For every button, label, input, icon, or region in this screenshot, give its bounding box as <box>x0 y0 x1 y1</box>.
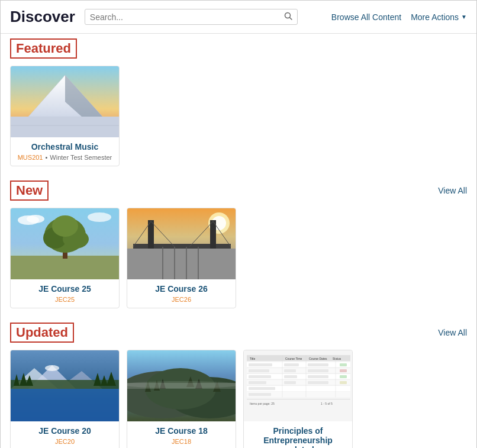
svg-rect-67 <box>308 363 328 366</box>
svg-rect-66 <box>284 363 299 366</box>
search-button[interactable] <box>284 12 292 22</box>
featured-section-title: Featured <box>10 38 77 59</box>
page-title: Discover <box>10 8 75 26</box>
updated-cards-grid: JE Course 20 JEC20 <box>10 350 467 448</box>
je-course-20-info: JE Course 20 JEC20 <box>11 421 119 448</box>
je-course-26-code: JEC26 <box>172 296 191 303</box>
svg-rect-83 <box>249 381 266 384</box>
orchestral-music-title: Orchestral Music <box>15 142 114 152</box>
principles-title: Principles of Entrepreneurship updated <box>249 426 347 448</box>
search-input[interactable] <box>90 12 284 22</box>
updated-card-principles[interactable]: Title Course Time Course Dates Status <box>243 350 353 448</box>
orchestral-music-info: Orchestral Music MUS201 • Winter Test Se… <box>11 137 119 166</box>
svg-rect-80 <box>340 375 347 378</box>
svg-rect-27 <box>127 249 236 279</box>
je-course-20-meta: JEC20 <box>15 438 114 445</box>
new-section: New View All <box>10 181 467 308</box>
new-card-je-course-26[interactable]: JE Course 26 JEC26 <box>127 208 236 308</box>
new-cards-grid: JE Course 25 JEC25 <box>10 208 467 308</box>
svg-rect-72 <box>284 369 296 372</box>
je-course-20-title: JE Course 20 <box>15 426 114 436</box>
orchestral-music-semester: Winter Test Semester <box>50 154 112 161</box>
orchestral-music-dot: • <box>45 154 47 161</box>
je-course-18-image <box>127 350 236 421</box>
page-header: Discover Browse All Content More Actions… <box>1 1 476 34</box>
main-content: Featured <box>1 34 476 448</box>
svg-point-56 <box>127 381 236 388</box>
svg-rect-65 <box>249 363 272 366</box>
je-course-25-title: JE Course 25 <box>15 284 114 294</box>
updated-view-all-link[interactable]: View All <box>438 328 467 337</box>
svg-point-15 <box>27 215 44 223</box>
svg-rect-8 <box>11 256 120 279</box>
principles-info: Principles of Entrepreneurship updated A… <box>244 421 352 448</box>
svg-text:Status: Status <box>333 357 341 360</box>
svg-rect-90 <box>249 393 271 396</box>
svg-rect-20 <box>133 244 231 249</box>
svg-rect-33 <box>11 389 120 421</box>
updated-card-je-course-18[interactable]: JE Course 18 JEC18 <box>127 350 236 448</box>
svg-text:Course Time: Course Time <box>285 357 302 360</box>
new-section-header: New View All <box>10 181 467 201</box>
je-course-26-title: JE Course 26 <box>132 284 231 294</box>
je-course-18-title: JE Course 18 <box>132 426 231 436</box>
svg-rect-5 <box>11 117 120 137</box>
search-icon <box>284 12 292 20</box>
je-course-25-info: JE Course 25 JEC25 <box>11 279 119 308</box>
je-course-25-image <box>11 208 120 279</box>
updated-card-je-course-20[interactable]: JE Course 20 JEC20 <box>10 350 120 448</box>
featured-section-header: Featured <box>10 38 467 59</box>
orchestral-music-meta: MUS201 • Winter Test Semester <box>15 154 114 161</box>
updated-section-header: Updated View All <box>10 323 467 343</box>
je-course-18-code: JEC18 <box>172 438 191 445</box>
more-actions-label: More Actions <box>411 12 459 22</box>
svg-point-44 <box>45 365 59 371</box>
svg-text:Course Dates: Course Dates <box>309 357 327 360</box>
je-course-25-code: JEC25 <box>55 296 75 303</box>
je-course-26-image <box>127 208 236 279</box>
je-course-20-image <box>11 350 120 421</box>
updated-section-title: Updated <box>10 323 74 343</box>
svg-rect-84 <box>284 381 296 384</box>
svg-rect-71 <box>249 369 269 372</box>
svg-rect-78 <box>284 375 297 378</box>
je-course-18-meta: JEC18 <box>132 438 231 445</box>
orchestral-music-code: MUS201 <box>18 154 43 161</box>
je-course-26-info: JE Course 26 JEC26 <box>127 279 236 308</box>
svg-rect-88 <box>249 387 275 390</box>
svg-rect-85 <box>308 381 328 384</box>
new-view-all-link[interactable]: View All <box>438 186 467 195</box>
search-container <box>85 9 298 25</box>
more-actions-button[interactable]: More Actions ▼ <box>411 12 467 22</box>
svg-text:1 - 5 of 5: 1 - 5 of 5 <box>321 402 333 405</box>
principles-image: Title Course Time Course Dates Status <box>244 350 353 421</box>
featured-card-orchestral-music[interactable]: Orchestral Music MUS201 • Winter Test Se… <box>10 66 120 166</box>
browse-all-link[interactable]: Browse All Content <box>331 12 401 22</box>
svg-line-1 <box>289 18 292 20</box>
svg-text:Items per page: 25: Items per page: 25 <box>250 402 275 405</box>
chevron-down-icon: ▼ <box>461 14 467 20</box>
svg-rect-94 <box>247 399 350 399</box>
je-course-18-info: JE Course 18 JEC18 <box>127 421 236 448</box>
featured-section: Featured <box>10 38 467 166</box>
svg-point-16 <box>88 212 111 222</box>
featured-cards-grid: Orchestral Music MUS201 • Winter Test Se… <box>10 66 467 166</box>
updated-section: Updated View All <box>10 323 467 448</box>
svg-rect-73 <box>308 369 328 372</box>
svg-rect-74 <box>340 369 347 372</box>
svg-text:Title: Title <box>250 357 255 360</box>
orchestral-music-image <box>11 66 120 137</box>
je-course-26-meta: JEC26 <box>132 296 231 303</box>
new-section-title: New <box>10 181 49 201</box>
svg-rect-79 <box>308 375 328 378</box>
header-links: Browse All Content More Actions ▼ <box>331 12 467 22</box>
svg-point-13 <box>52 215 78 237</box>
je-course-20-code: JEC20 <box>55 438 75 445</box>
svg-rect-77 <box>249 375 271 378</box>
svg-rect-86 <box>340 381 347 384</box>
new-card-je-course-25[interactable]: JE Course 25 JEC25 <box>10 208 120 308</box>
svg-rect-68 <box>340 363 347 366</box>
je-course-25-meta: JEC25 <box>15 296 114 303</box>
